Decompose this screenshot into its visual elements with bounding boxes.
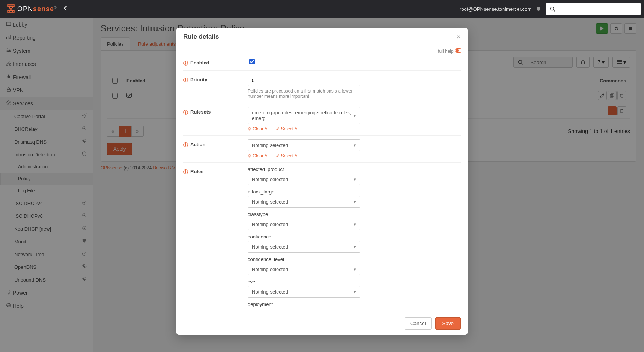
enabled-checkbox[interactable] xyxy=(249,59,255,64)
save-button[interactable]: Save xyxy=(435,317,461,330)
sidebar-toggle-icon[interactable] xyxy=(64,6,68,12)
rule-field-select-classtype[interactable]: Nothing selected▾ xyxy=(248,219,360,230)
full-help-toggle[interactable]: full help xyxy=(176,46,468,54)
header-search-input[interactable] xyxy=(558,3,641,15)
rule-field-label-affected-product: affected_product xyxy=(248,166,461,172)
header-search xyxy=(546,3,641,15)
user-label[interactable]: root@OPNsense.tonimercer.com xyxy=(460,6,531,12)
modal-close-icon[interactable]: × xyxy=(456,33,461,40)
priority-input[interactable] xyxy=(248,75,360,86)
rule-details-modal: Rule details × full help ⓘEnabled ⓘPrior… xyxy=(176,28,468,335)
rule-field-select-attack-target[interactable]: Nothing selected▾ xyxy=(248,196,360,208)
rule-field-label-classtype: classtype xyxy=(248,211,461,217)
priority-help: Policies are processed on a first match … xyxy=(248,88,360,99)
rule-field-label-confidence-level: confidence_level xyxy=(248,256,461,262)
svg-point-31 xyxy=(456,49,459,52)
rule-field-select-affected-product[interactable]: Nothing selected▾ xyxy=(248,174,360,185)
app-header: OPNsense® root@OPNsense.tonimercer.com xyxy=(0,0,644,18)
brand[interactable]: OPNsense® xyxy=(6,4,57,15)
status-dot-icon xyxy=(537,7,540,11)
brand-logo-icon xyxy=(6,4,16,15)
svg-rect-0 xyxy=(8,5,14,6)
action-select-all[interactable]: ✔ Select All xyxy=(276,153,299,159)
info-icon[interactable]: ⓘ xyxy=(183,142,188,148)
rule-field-select-confidence-level[interactable]: Nothing selected▾ xyxy=(248,264,360,275)
rulesets-clear-all[interactable]: ⊘ Clear All xyxy=(248,126,269,132)
rule-field-select-cve[interactable]: Nothing selected▾ xyxy=(248,286,360,298)
rule-field-select-confidence[interactable]: Nothing selected▾ xyxy=(248,241,360,253)
action-select[interactable]: Nothing selected▾ xyxy=(248,139,360,151)
info-icon[interactable]: ⓘ xyxy=(183,169,188,175)
rule-field-label-attack-target: attack_target xyxy=(248,189,461,195)
action-clear-all[interactable]: ⊘ Clear All xyxy=(248,153,269,159)
header-search-button[interactable] xyxy=(546,3,558,15)
info-icon[interactable]: ⓘ xyxy=(183,60,188,67)
brand-text: OPNsense® xyxy=(17,5,57,13)
rule-field-label-confidence: confidence xyxy=(248,234,461,240)
info-icon[interactable]: ⓘ xyxy=(183,109,188,116)
rule-field-label-deployment: deployment xyxy=(248,301,461,307)
rulesets-select[interactable]: emerging-rpc.rules, emerging-shellcode.r… xyxy=(248,107,360,124)
rulesets-select-all[interactable]: ✔ Select All xyxy=(276,126,299,132)
toggle-icon xyxy=(455,49,462,54)
rule-field-label-cve: cve xyxy=(248,279,461,285)
svg-point-2 xyxy=(550,7,554,10)
modal-title: Rule details xyxy=(183,33,219,40)
info-icon[interactable]: ⓘ xyxy=(183,77,188,84)
rule-field-select-deployment[interactable]: Nothing selected▾ xyxy=(248,309,360,312)
cancel-button[interactable]: Cancel xyxy=(405,317,432,330)
